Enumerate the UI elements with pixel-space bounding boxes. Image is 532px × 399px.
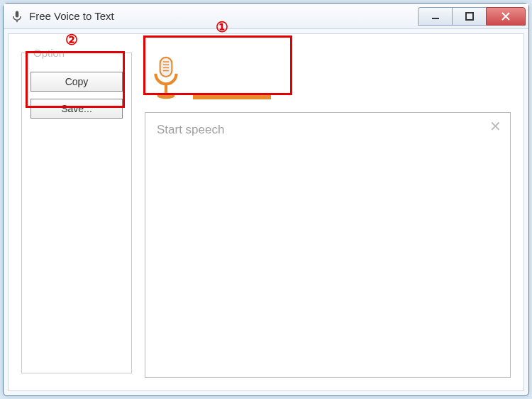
svg-point-12 bbox=[157, 93, 175, 99]
transcript-panel[interactable]: Start speech ✕ bbox=[145, 112, 511, 378]
maximize-button[interactable] bbox=[452, 7, 486, 26]
minimize-button[interactable] bbox=[418, 7, 452, 26]
app-window: Free Voice to Text Option Copy Save... bbox=[3, 3, 529, 396]
window-controls bbox=[418, 7, 526, 26]
svg-rect-3 bbox=[466, 13, 473, 20]
option-group: Option Copy Save... bbox=[21, 47, 132, 373]
app-icon bbox=[11, 10, 23, 23]
window-title: Free Voice to Text bbox=[29, 10, 418, 22]
microphone-button[interactable] bbox=[145, 53, 187, 104]
close-icon: ✕ bbox=[489, 119, 501, 133]
sidebar: Option Copy Save... bbox=[21, 47, 132, 378]
svg-rect-6 bbox=[160, 58, 172, 77]
annotation-number-2: ② bbox=[65, 31, 78, 48]
copy-button[interactable]: Copy bbox=[31, 72, 123, 92]
title-bar[interactable]: Free Voice to Text bbox=[4, 4, 528, 29]
svg-rect-0 bbox=[16, 11, 19, 17]
record-row bbox=[145, 47, 511, 104]
main-pane: Start speech ✕ bbox=[145, 47, 511, 378]
transcript-placeholder: Start speech bbox=[157, 123, 224, 136]
save-button[interactable]: Save... bbox=[31, 99, 123, 119]
option-group-label: Option bbox=[31, 47, 67, 59]
clear-transcript-button[interactable]: ✕ bbox=[487, 119, 503, 134]
close-button[interactable] bbox=[486, 7, 526, 26]
content-area: Option Copy Save... bbox=[8, 33, 524, 391]
audio-level-bar bbox=[193, 95, 271, 99]
